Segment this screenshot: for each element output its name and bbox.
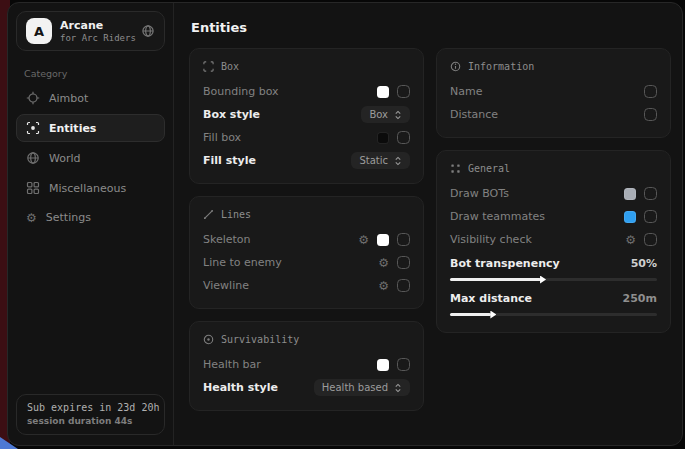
sidebar-item-entities[interactable]: Entities (16, 114, 165, 142)
row-label: Bounding box (203, 85, 279, 98)
max-distance-slider[interactable] (450, 313, 657, 316)
color-swatch[interactable] (624, 188, 636, 200)
health-bar-checkbox[interactable] (397, 358, 410, 371)
draw-bots-row: Draw BOTs (450, 182, 657, 205)
card-title: Box (221, 61, 239, 72)
sidebar-item-aimbot[interactable]: Aimbot (16, 84, 165, 112)
sidebar-item-miscellaneous[interactable]: Miscellaneous (16, 174, 165, 202)
line-to-enemy-row: Line to enemy ⚙ (203, 251, 410, 274)
row-label: Skeleton (203, 233, 251, 246)
sidebar-item-world[interactable]: World (16, 144, 165, 172)
gear-icon: ⚙ (26, 212, 37, 224)
row-label: Visibility check (450, 233, 532, 246)
sidebar-item-label: Aimbot (49, 92, 88, 105)
draw-teammates-checkbox[interactable] (644, 210, 657, 223)
select-value: Health based (322, 382, 388, 393)
settings-icon[interactable]: ⚙ (625, 234, 636, 246)
bounding-box-checkbox[interactable] (397, 85, 410, 98)
slider-thumb[interactable] (490, 311, 496, 319)
general-card-header: General (450, 163, 657, 174)
fill-box-row: Fill box (203, 126, 410, 149)
row-label: Distance (450, 108, 498, 121)
app-name: Arcane (60, 19, 133, 32)
bot-transparency-row: Bot transpenency 50% (450, 251, 657, 286)
sidebar-item-label: Entities (49, 122, 96, 135)
globe-icon[interactable] (141, 24, 155, 38)
color-swatch[interactable] (377, 86, 389, 98)
survivability-card-header: Survivability (203, 334, 410, 345)
viewline-row: Viewline ⚙ (203, 274, 410, 297)
diagonal-line-icon (203, 209, 214, 220)
row-label: Health style (203, 381, 278, 394)
box-style-select[interactable]: Box (361, 106, 410, 123)
grid-icon (26, 181, 40, 195)
row-label: Fill style (203, 154, 256, 167)
slider-thumb[interactable] (540, 276, 546, 284)
row-label: Health bar (203, 358, 261, 371)
card-title: General (468, 163, 510, 174)
subscription-expiry: Sub expires in 23d 20h (27, 402, 154, 413)
lines-card-header: Lines (203, 209, 410, 220)
card-title: Survivability (221, 334, 299, 345)
skeleton-row: Skeleton ⚙ (203, 228, 410, 251)
settings-icon[interactable]: ⚙ (378, 280, 389, 292)
sidebar: A Arcane for Arc Riders Category (8, 3, 174, 445)
app-tagline: for Arc Riders (60, 33, 133, 43)
row-label: Name (450, 85, 482, 98)
sidebar-item-settings[interactable]: ⚙ Settings (16, 204, 165, 231)
health-style-row: Health style Health based (203, 376, 410, 399)
chevron-updown-icon (394, 383, 402, 393)
logo-card: A Arcane for Arc Riders (16, 11, 165, 51)
settings-icon[interactable]: ⚙ (358, 234, 369, 246)
skeleton-checkbox[interactable] (397, 233, 410, 246)
bounding-box-row: Bounding box (203, 80, 410, 103)
box-card-header: Box (203, 61, 410, 72)
row-label: Line to enemy (203, 256, 282, 269)
settings-icon[interactable]: ⚙ (378, 257, 389, 269)
desktop-backdrop: A Arcane for Arc Riders Category (0, 0, 685, 449)
color-swatch[interactable] (377, 359, 389, 371)
distance-checkbox[interactable] (644, 108, 657, 121)
visibility-check-row: Visibility check ⚙ (450, 228, 657, 251)
color-swatch[interactable] (624, 211, 636, 223)
grid-dots-icon (450, 163, 461, 174)
row-controls (624, 187, 657, 200)
globe-icon (26, 151, 40, 165)
category-label: Category (24, 68, 157, 79)
box-style-row: Box style Box (203, 103, 410, 126)
draw-bots-checkbox[interactable] (644, 187, 657, 200)
left-column: Box Bounding box Box style (189, 48, 424, 411)
health-style-select[interactable]: Health based (314, 379, 410, 396)
viewline-checkbox[interactable] (397, 279, 410, 292)
fill-style-select[interactable]: Static (351, 152, 410, 169)
general-card: General Draw BOTs Draw teammates (436, 150, 671, 333)
logo-text: Arcane for Arc Riders (60, 19, 133, 43)
sidebar-nav: Aimbot Entities World (8, 84, 173, 231)
bot-transparency-slider[interactable] (450, 278, 657, 281)
line-to-enemy-checkbox[interactable] (397, 256, 410, 269)
app-window: A Arcane for Arc Riders Category (7, 2, 683, 446)
select-value: Static (359, 155, 388, 166)
max-distance-row: Max distance 250m (450, 286, 657, 321)
health-bar-row: Health bar (203, 353, 410, 376)
fill-box-checkbox[interactable] (397, 131, 410, 144)
row-controls (377, 358, 410, 371)
corner-brackets-icon (203, 61, 214, 72)
card-title: Information (468, 61, 534, 72)
color-swatch[interactable] (377, 234, 389, 246)
row-label: Draw BOTs (450, 187, 509, 200)
row-controls (377, 85, 410, 98)
crosshair-icon (26, 91, 40, 105)
info-icon (450, 61, 461, 72)
row-controls: ⚙ (378, 279, 410, 292)
sidebar-item-label: Settings (46, 211, 91, 224)
slider-value: 250m (623, 292, 657, 305)
visibility-check-checkbox[interactable] (644, 233, 657, 246)
color-swatch[interactable] (377, 132, 389, 144)
information-card-header: Information (450, 61, 657, 72)
name-checkbox[interactable] (644, 85, 657, 98)
main-content: Entities Box Bounding box (174, 3, 682, 445)
avatar: A (26, 18, 52, 44)
survivability-card: Survivability Health bar Health style (189, 321, 424, 411)
row-controls (644, 85, 657, 98)
